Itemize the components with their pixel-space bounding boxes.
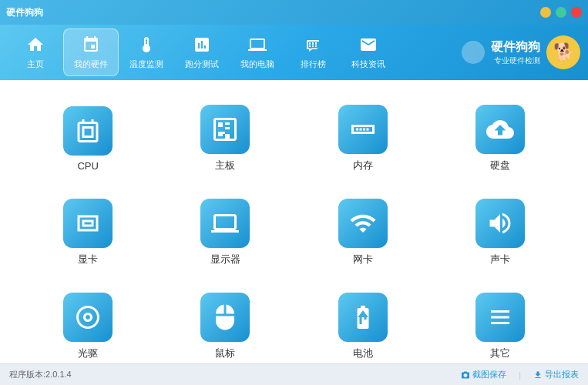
battery-label: 电池 xyxy=(353,346,373,360)
mouse-icon xyxy=(200,293,250,342)
brand-name: 硬件狗狗 xyxy=(491,39,540,55)
sound-label: 声卡 xyxy=(490,253,510,266)
nav-item-temp[interactable]: 温度监测 xyxy=(119,28,174,76)
brand-area: 硬件狗狗 专业硬件检测 🐕 xyxy=(455,35,580,69)
harddisk-icon xyxy=(475,105,525,154)
nav-item-hardware[interactable]: 我的硬件 xyxy=(63,28,119,76)
nav-label-home: 主页 xyxy=(27,59,44,70)
home-icon xyxy=(26,35,45,57)
version-label: 程序版本:2.0.1.4 xyxy=(9,369,72,380)
nav-label-rank: 排行榜 xyxy=(301,59,326,70)
main-content: CPU 主板 内存 硬盘 显卡 xyxy=(0,80,588,363)
gpu-label: 显卡 xyxy=(78,253,98,266)
rank-icon xyxy=(304,35,322,57)
hardware-item-cpu[interactable]: CPU xyxy=(23,95,153,182)
other-icon xyxy=(475,293,525,342)
title-bar: 硬件狗狗 xyxy=(0,0,588,25)
harddisk-label: 硬盘 xyxy=(490,159,510,172)
nav-label-news: 科技资讯 xyxy=(351,59,385,70)
nav-label-hardware: 我的硬件 xyxy=(74,59,108,70)
mouse-label: 鼠标 xyxy=(215,346,235,360)
brand-text: 硬件狗狗 专业硬件检测 xyxy=(491,39,540,66)
hardware-item-optical[interactable]: 光驱 xyxy=(23,283,153,370)
brand-logo: 🐕 xyxy=(546,35,580,69)
network-icon xyxy=(338,199,388,248)
divider: | xyxy=(519,370,521,380)
maximize-button[interactable] xyxy=(556,7,566,18)
hardware-grid: CPU 主板 内存 硬盘 显卡 xyxy=(23,95,565,370)
bottom-actions: 截图保存 | 导出报表 xyxy=(461,369,579,380)
nav-item-home[interactable]: 主页 xyxy=(8,28,63,76)
minimize-button[interactable] xyxy=(540,7,551,18)
nav-item-mypc[interactable]: 我的电脑 xyxy=(230,28,285,76)
memory-icon xyxy=(338,105,388,154)
cpu-label: CPU xyxy=(77,160,98,172)
hardware-icon xyxy=(82,35,100,57)
monitor-label: 显示器 xyxy=(210,253,240,266)
temp-icon xyxy=(137,35,156,57)
hardware-item-memory[interactable]: 内存 xyxy=(298,95,428,182)
monitor-icon xyxy=(200,199,250,248)
export-label: 导出报表 xyxy=(545,369,579,380)
nav-bar: 主页 我的硬件 温度监测 跑分测试 我的电脑 排行榜 xyxy=(0,25,588,80)
screenshot-button[interactable]: 截图保存 xyxy=(461,369,506,380)
memory-label: 内存 xyxy=(353,159,373,172)
close-button[interactable] xyxy=(571,7,582,18)
window-controls xyxy=(540,7,582,18)
hardware-item-other[interactable]: 其它 xyxy=(435,283,565,370)
motherboard-icon xyxy=(200,105,250,154)
nav-item-rank[interactable]: 排行榜 xyxy=(285,28,341,76)
optical-icon xyxy=(63,293,113,342)
nav-item-news[interactable]: 科技资讯 xyxy=(341,28,396,76)
svg-point-0 xyxy=(502,131,506,135)
hardware-item-gpu[interactable]: 显卡 xyxy=(23,189,153,276)
network-label: 网卡 xyxy=(353,253,373,266)
gpu-icon xyxy=(63,199,113,248)
hardware-item-network[interactable]: 网卡 xyxy=(298,189,428,276)
cpu-icon xyxy=(63,106,113,156)
app-title: 硬件狗狗 xyxy=(6,6,43,19)
other-label: 其它 xyxy=(490,346,510,360)
hardware-item-mouse[interactable]: 鼠标 xyxy=(160,283,290,370)
user-avatar[interactable] xyxy=(462,41,485,64)
nav-label-mypc: 我的电脑 xyxy=(240,59,274,70)
battery-icon xyxy=(338,293,388,342)
hardware-item-motherboard[interactable]: 主板 xyxy=(160,95,290,182)
optical-label: 光驱 xyxy=(78,346,98,360)
hardware-item-battery[interactable]: 电池 xyxy=(298,283,428,370)
export-button[interactable]: 导出报表 xyxy=(533,369,579,380)
sound-icon xyxy=(475,199,525,248)
bench-icon xyxy=(193,35,211,57)
brand-sub: 专业硬件检测 xyxy=(494,55,540,66)
hardware-item-monitor[interactable]: 显示器 xyxy=(160,189,290,276)
nav-label-temp: 温度监测 xyxy=(129,59,163,70)
nav-label-bench: 跑分测试 xyxy=(185,59,219,70)
hardware-item-sound[interactable]: 声卡 xyxy=(435,189,565,276)
news-icon xyxy=(359,35,378,57)
mypc-icon xyxy=(248,35,267,57)
motherboard-label: 主板 xyxy=(215,159,235,172)
screenshot-label: 截图保存 xyxy=(472,369,506,380)
nav-item-bench[interactable]: 跑分测试 xyxy=(174,28,230,76)
hardware-item-harddisk[interactable]: 硬盘 xyxy=(435,95,565,182)
